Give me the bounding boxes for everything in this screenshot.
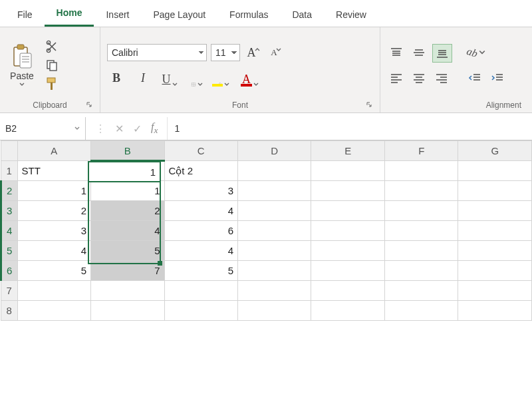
- cell-G8[interactable]: [458, 301, 532, 321]
- cell-C3[interactable]: 4: [164, 201, 237, 221]
- cell-G1[interactable]: [458, 161, 532, 181]
- align-bottom-button[interactable]: [432, 44, 452, 63]
- paste-button[interactable]: Paste: [7, 44, 37, 87]
- tab-data[interactable]: Data: [280, 4, 324, 27]
- align-right-button[interactable]: [432, 69, 451, 87]
- format-painter-button[interactable]: [43, 76, 61, 92]
- cell-B3[interactable]: 2: [91, 201, 164, 221]
- select-all-corner[interactable]: [1, 141, 18, 161]
- tab-review[interactable]: Review: [324, 4, 378, 27]
- orientation-button[interactable]: ab: [467, 44, 485, 61]
- cell-G5[interactable]: [458, 241, 532, 261]
- cell-B2[interactable]: 1: [91, 181, 164, 201]
- accept-formula-button[interactable]: ✓: [133, 122, 142, 135]
- decrease-indent-button[interactable]: [466, 69, 484, 87]
- cell-F4[interactable]: [384, 221, 458, 241]
- font-launcher[interactable]: [365, 101, 373, 108]
- cell-B4[interactable]: 4: [91, 221, 164, 241]
- cell-E4[interactable]: [311, 221, 384, 241]
- tab-home[interactable]: Home: [45, 2, 94, 27]
- cell-F1[interactable]: [384, 161, 458, 181]
- cell-C6[interactable]: 5: [164, 261, 237, 281]
- cell-C7[interactable]: [164, 281, 237, 301]
- cell-G7[interactable]: [458, 281, 532, 301]
- cell-A3[interactable]: 2: [17, 201, 90, 221]
- col-header-F[interactable]: F: [384, 141, 458, 161]
- fx-icon[interactable]: fx: [151, 121, 158, 136]
- row-header-6[interactable]: 6: [1, 261, 18, 281]
- align-center-button[interactable]: [410, 69, 428, 87]
- clipboard-launcher[interactable]: [85, 101, 93, 108]
- cell-A1[interactable]: STT: [17, 161, 90, 181]
- font-size-select[interactable]: 11: [211, 44, 240, 61]
- cell-E5[interactable]: [311, 241, 384, 261]
- cell-A8[interactable]: [17, 301, 90, 321]
- cell-F5[interactable]: [384, 241, 458, 261]
- cell-D3[interactable]: [238, 201, 311, 221]
- cell-E3[interactable]: [311, 201, 384, 221]
- cell-G2[interactable]: [458, 181, 532, 201]
- cell-E7[interactable]: [311, 281, 384, 301]
- cell-C4[interactable]: 6: [164, 221, 237, 241]
- cancel-formula-button[interactable]: ✕: [115, 122, 124, 135]
- row-header-4[interactable]: 4: [1, 221, 18, 241]
- cell-D6[interactable]: [238, 261, 311, 281]
- cell-F3[interactable]: [384, 201, 458, 221]
- cell-B5[interactable]: 5: [91, 241, 164, 261]
- cell-F2[interactable]: [384, 181, 458, 201]
- cell-C5[interactable]: 4: [164, 241, 237, 261]
- tab-page-layout[interactable]: Page Layout: [141, 4, 217, 27]
- align-middle-button[interactable]: [410, 44, 428, 61]
- cell-D4[interactable]: [238, 221, 311, 241]
- col-header-G[interactable]: G: [458, 141, 532, 161]
- row-header-5[interactable]: 5: [1, 241, 18, 261]
- formula-bar[interactable]: 1: [168, 117, 532, 140]
- tab-insert[interactable]: Insert: [94, 4, 141, 27]
- italic-button[interactable]: I: [134, 69, 152, 87]
- cell-B1[interactable]: Cột 1: [91, 161, 164, 181]
- fill-color-button[interactable]: [213, 69, 232, 87]
- cell-A4[interactable]: 3: [17, 221, 90, 241]
- cell-G4[interactable]: [458, 221, 532, 241]
- row-header-2[interactable]: 2: [1, 181, 18, 201]
- cell-F8[interactable]: [384, 301, 458, 321]
- cell-D5[interactable]: [238, 241, 311, 261]
- cut-button[interactable]: [43, 39, 61, 55]
- cell-C1[interactable]: Cột 2: [164, 161, 237, 181]
- cell-B8[interactable]: [91, 301, 164, 321]
- row-header-7[interactable]: 7: [1, 281, 18, 301]
- border-button[interactable]: [187, 69, 205, 87]
- copy-button[interactable]: [43, 57, 61, 73]
- cell-G3[interactable]: [458, 201, 532, 221]
- align-top-button[interactable]: [387, 44, 406, 61]
- cell-E2[interactable]: [311, 181, 384, 201]
- cell-B6[interactable]: 7: [91, 261, 164, 281]
- col-header-B[interactable]: B: [91, 141, 164, 161]
- cell-F7[interactable]: [384, 281, 458, 301]
- increase-indent-button[interactable]: [488, 69, 507, 87]
- col-header-D[interactable]: D: [238, 141, 311, 161]
- cell-A2[interactable]: 1: [17, 181, 90, 201]
- col-header-A[interactable]: A: [17, 141, 90, 161]
- cell-A6[interactable]: 5: [17, 261, 90, 281]
- font-color-button[interactable]: A: [240, 69, 259, 87]
- tab-file[interactable]: File: [5, 4, 45, 27]
- cell-D8[interactable]: [238, 301, 311, 321]
- decrease-font-button[interactable]: A: [267, 43, 285, 62]
- row-header-8[interactable]: 8: [1, 301, 18, 321]
- cell-E1[interactable]: [311, 161, 384, 181]
- bold-button[interactable]: B: [107, 69, 126, 87]
- font-name-select[interactable]: Calibri: [107, 44, 207, 61]
- cell-D2[interactable]: [238, 181, 311, 201]
- cell-D7[interactable]: [238, 281, 311, 301]
- row-header-3[interactable]: 3: [1, 201, 18, 221]
- increase-font-button[interactable]: A: [244, 43, 263, 62]
- cell-C8[interactable]: [164, 301, 237, 321]
- cell-B7[interactable]: [91, 281, 164, 301]
- tab-formulas[interactable]: Formulas: [217, 4, 280, 27]
- cell-C2[interactable]: 3: [164, 181, 237, 201]
- align-left-button[interactable]: [387, 69, 406, 87]
- col-header-E[interactable]: E: [311, 141, 384, 161]
- cell-E8[interactable]: [311, 301, 384, 321]
- cell-A5[interactable]: 4: [17, 241, 90, 261]
